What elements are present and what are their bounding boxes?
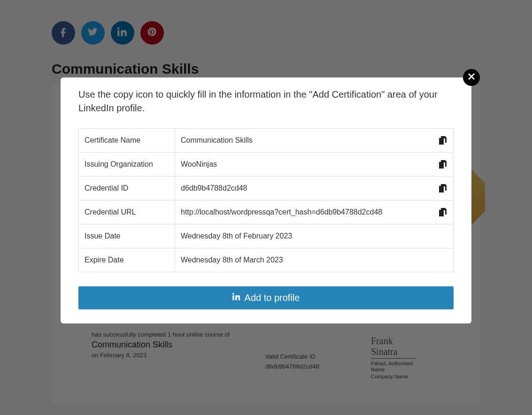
close-icon	[468, 73, 475, 82]
issuer-label: Issuing Organization	[79, 153, 175, 177]
table-row: Expire Date Wednesday 8th of March 2023	[79, 248, 454, 272]
table-row: Certificate Name Communication Skills	[79, 129, 454, 153]
add-to-profile-button[interactable]: Add to profile	[78, 286, 454, 309]
copy-icon[interactable]	[439, 136, 447, 145]
issue-date-value: Wednesday 8th of February 2023	[175, 224, 454, 248]
modal-overlay: Use the copy icon to quickly fill in the…	[0, 0, 532, 415]
cert-name-text: Communication Skills	[181, 136, 253, 144]
expire-date-value: Wednesday 8th of March 2023	[175, 248, 454, 272]
copy-icon[interactable]	[439, 184, 447, 192]
table-row: Credential URL http://localhost/wordpres…	[79, 200, 454, 224]
credential-id-value: d6db9b4788d2cd48	[175, 177, 454, 200]
add-to-profile-label: Add to profile	[245, 292, 300, 303]
copy-icon[interactable]	[439, 160, 447, 169]
certificate-info-table: Certificate Name Communication Skills Is…	[78, 128, 454, 272]
credential-url-text: http://localhost/wordpressqa?cert_hash=d…	[181, 208, 382, 216]
modal-intro-text: Use the copy icon to quickly fill in the…	[78, 88, 454, 115]
issue-date-label: Issue Date	[79, 224, 175, 248]
table-row: Credential ID d6db9b4788d2cd48	[79, 177, 454, 200]
expire-date-text: Wednesday 8th of March 2023	[181, 256, 283, 264]
issue-date-text: Wednesday 8th of February 2023	[181, 232, 292, 240]
linkedin-cert-modal: Use the copy icon to quickly fill in the…	[61, 77, 471, 323]
table-row: Issue Date Wednesday 8th of February 202…	[79, 224, 454, 248]
cert-name-label: Certificate Name	[79, 129, 175, 153]
credential-url-value: http://localhost/wordpressqa?cert_hash=d…	[175, 200, 454, 224]
credential-id-label: Credential ID	[79, 177, 175, 200]
credential-id-text: d6db9b4788d2cd48	[181, 184, 247, 192]
linkedin-icon	[232, 292, 241, 303]
issuer-value: WooNinjas	[175, 153, 454, 177]
copy-icon[interactable]	[439, 208, 447, 216]
credential-url-label: Credential URL	[79, 200, 175, 224]
table-row: Issuing Organization WooNinjas	[79, 153, 454, 177]
close-button[interactable]	[463, 69, 480, 86]
cert-name-value: Communication Skills	[175, 129, 454, 153]
expire-date-label: Expire Date	[79, 248, 175, 272]
issuer-text: WooNinjas	[181, 160, 217, 168]
